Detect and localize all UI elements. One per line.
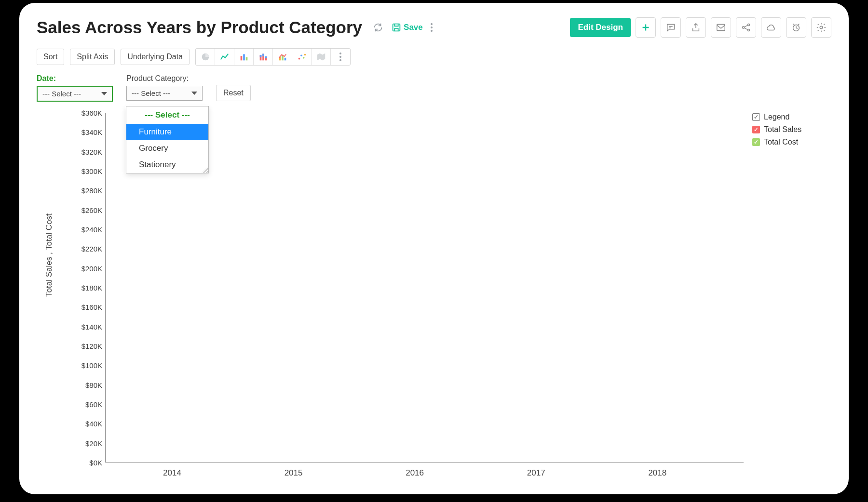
edit-design-button[interactable]: Edit Design	[570, 18, 631, 37]
save-label: Save	[404, 23, 423, 32]
chart-type-pie-icon[interactable]	[196, 49, 215, 65]
legend-item-sales[interactable]: ✓ Total Sales	[752, 125, 829, 134]
svg-point-4	[747, 29, 749, 31]
svg-point-3	[747, 24, 749, 26]
secondary-controls: Sort Split Axis Underlying Data	[37, 48, 831, 66]
more-icon[interactable]	[430, 22, 434, 33]
svg-point-6	[820, 26, 823, 29]
refresh-icon[interactable]	[372, 21, 384, 34]
legend-label-cost: Total Cost	[764, 138, 798, 146]
y-tick: $220K	[68, 245, 102, 253]
y-tick: $160K	[68, 303, 102, 311]
title-quick-actions: Save	[372, 21, 434, 34]
y-tick: $20K	[68, 439, 102, 447]
chart-type-stacked-icon[interactable]	[254, 49, 273, 65]
dropdown-option-stationery[interactable]: Stationery	[126, 157, 208, 173]
chart-type-picker	[195, 48, 351, 66]
share-icon[interactable]	[736, 17, 756, 38]
y-tick: $240K	[68, 225, 102, 234]
y-tick: $260K	[68, 206, 102, 214]
y-tick: $0K	[68, 459, 102, 467]
save-button[interactable]: Save	[391, 22, 423, 33]
legend-check-icon: ✓	[752, 113, 760, 121]
y-tick: $200K	[68, 264, 102, 272]
svg-rect-1	[717, 25, 725, 31]
x-tick: 2016	[406, 468, 424, 478]
mail-icon[interactable]	[711, 17, 731, 38]
svg-point-21	[300, 54, 302, 56]
dropdown-option-header[interactable]: --- Select ---	[126, 106, 208, 124]
y-tick: $300K	[68, 167, 102, 175]
y-axis-labels: $0K$20K$40K$60K$80K$100K$120K$140K$160K$…	[68, 113, 102, 462]
y-tick: $360K	[68, 109, 102, 117]
x-tick: 2018	[648, 468, 666, 478]
filter-category-label: Product Category:	[126, 74, 203, 83]
filter-date-label: Date:	[37, 74, 113, 83]
chart-type-bar-icon[interactable]	[234, 49, 254, 65]
export-icon[interactable]	[686, 17, 706, 38]
svg-rect-8	[240, 56, 242, 60]
svg-rect-9	[243, 54, 245, 61]
y-tick: $80K	[68, 381, 102, 389]
chart-type-more-icon[interactable]	[331, 49, 350, 65]
y-tick: $140K	[68, 322, 102, 330]
legend-item-cost[interactable]: ✓ Total Cost	[752, 138, 829, 146]
chevron-down-icon	[191, 92, 197, 95]
svg-rect-16	[265, 56, 267, 58]
y-tick: $100K	[68, 361, 102, 370]
chevron-down-icon	[101, 92, 107, 95]
svg-rect-0	[393, 24, 400, 31]
chart-type-scatter-icon[interactable]	[292, 49, 312, 65]
alarm-icon[interactable]	[786, 17, 806, 38]
dropdown-option-furniture[interactable]: Furniture	[126, 124, 208, 140]
page-title: Sales Across Years by Product Category	[37, 18, 362, 37]
x-tick: 2015	[285, 468, 303, 478]
legend-label-sales: Total Sales	[764, 125, 801, 134]
split-axis-button[interactable]: Split Axis	[70, 49, 115, 65]
svg-point-23	[304, 54, 306, 56]
y-tick: $60K	[68, 400, 102, 409]
legend: ✓ Legend ✓ Total Sales ✓ Total Cost	[752, 113, 829, 150]
cloud-icon[interactable]	[761, 17, 781, 38]
dropdown-option-grocery[interactable]: Grocery	[126, 140, 208, 157]
gear-icon[interactable]	[811, 17, 831, 38]
x-axis-labels: 20142015201620172018	[105, 468, 744, 480]
chart-type-combo-icon[interactable]	[273, 49, 292, 65]
legend-title: Legend	[764, 113, 789, 121]
chart-type-line-icon[interactable]	[215, 49, 234, 65]
filter-date-value: --- Select ---	[42, 90, 81, 98]
svg-rect-12	[259, 55, 261, 57]
filter-category-select[interactable]: --- Select ---	[126, 86, 203, 101]
comment-icon[interactable]	[661, 17, 681, 38]
y-tick: $320K	[68, 147, 102, 156]
underlying-data-button[interactable]: Underlying Data	[121, 49, 190, 65]
reset-button[interactable]: Reset	[216, 85, 251, 101]
filter-category-dropdown: --- Select --- Furniture Grocery Station…	[126, 106, 209, 173]
svg-point-2	[742, 26, 744, 28]
svg-rect-19	[284, 58, 286, 61]
report-window: Sales Across Years by Product Category S…	[19, 3, 849, 494]
y-tick: $40K	[68, 420, 102, 428]
title-right-toolbar: Edit Design	[570, 17, 831, 38]
filter-date-select[interactable]: --- Select ---	[37, 86, 113, 102]
y-tick: $120K	[68, 342, 102, 350]
filter-category: Product Category: --- Select --- --- Sel…	[126, 74, 203, 101]
filters-row: Date: --- Select --- Product Category: -…	[37, 74, 831, 102]
add-button[interactable]	[636, 17, 656, 38]
y-tick: $180K	[68, 284, 102, 292]
filter-date: Date: --- Select ---	[37, 74, 113, 102]
filter-category-value: --- Select ---	[132, 89, 170, 97]
sort-button[interactable]: Sort	[37, 49, 64, 65]
legend-swatch-cost: ✓	[752, 138, 760, 146]
legend-swatch-sales: ✓	[752, 126, 760, 133]
y-tick: $280K	[68, 186, 102, 195]
x-tick: 2017	[527, 468, 545, 478]
legend-header[interactable]: ✓ Legend	[752, 113, 829, 121]
y-axis-title: Total Sales , Total Cost	[44, 213, 54, 297]
svg-point-22	[302, 57, 304, 59]
svg-rect-14	[262, 54, 264, 57]
y-tick: $340K	[68, 128, 102, 136]
svg-point-20	[298, 58, 300, 60]
chart-type-map-icon[interactable]	[312, 49, 331, 65]
title-row: Sales Across Years by Product Category S…	[37, 17, 831, 38]
